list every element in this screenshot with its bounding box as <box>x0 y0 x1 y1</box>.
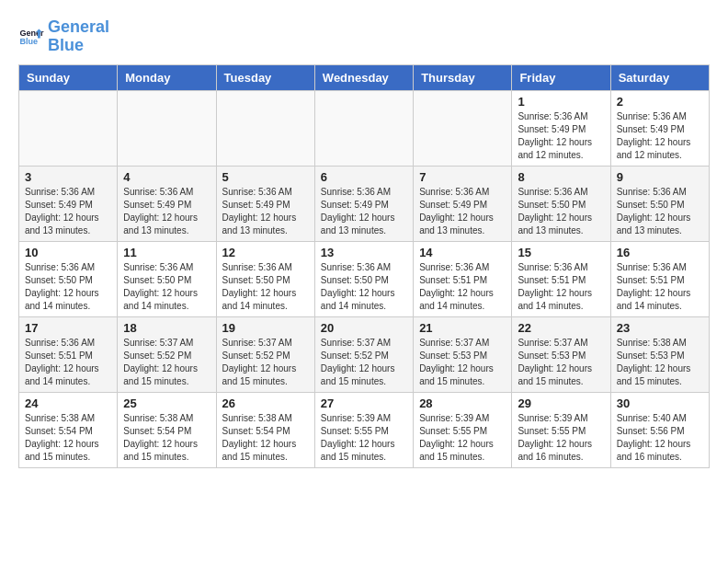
svg-text:General: General <box>19 28 44 37</box>
header-saturday: Saturday <box>610 64 709 90</box>
calendar-week-1: 1Sunrise: 5:36 AM Sunset: 5:49 PM Daylig… <box>19 90 710 166</box>
calendar-cell: 1Sunrise: 5:36 AM Sunset: 5:49 PM Daylig… <box>512 90 610 166</box>
calendar-cell: 25Sunrise: 5:38 AM Sunset: 5:54 PM Dayli… <box>118 392 216 467</box>
day-info: Sunrise: 5:36 AM Sunset: 5:51 PM Dayligh… <box>25 337 111 388</box>
day-number: 3 <box>25 170 111 184</box>
day-info: Sunrise: 5:38 AM Sunset: 5:54 PM Dayligh… <box>123 412 210 464</box>
day-number: 20 <box>321 321 407 335</box>
day-info: Sunrise: 5:36 AM Sunset: 5:50 PM Dayligh… <box>518 186 604 237</box>
calendar-cell: 12Sunrise: 5:36 AM Sunset: 5:50 PM Dayli… <box>216 241 314 316</box>
calendar-cell: 18Sunrise: 5:37 AM Sunset: 5:52 PM Dayli… <box>118 316 216 392</box>
day-number: 28 <box>419 396 506 410</box>
day-number: 9 <box>617 170 703 184</box>
calendar-cell: 16Sunrise: 5:36 AM Sunset: 5:51 PM Dayli… <box>610 241 709 316</box>
calendar-cell: 22Sunrise: 5:37 AM Sunset: 5:53 PM Dayli… <box>512 316 610 392</box>
svg-text:Blue: Blue <box>19 37 38 46</box>
day-info: Sunrise: 5:36 AM Sunset: 5:50 PM Dayligh… <box>617 186 703 237</box>
logo-text: GeneralBlue <box>48 18 109 55</box>
day-info: Sunrise: 5:36 AM Sunset: 5:50 PM Dayligh… <box>321 261 407 313</box>
calendar-cell: 8Sunrise: 5:36 AM Sunset: 5:50 PM Daylig… <box>512 166 610 241</box>
day-info: Sunrise: 5:36 AM Sunset: 5:50 PM Dayligh… <box>123 261 210 313</box>
day-info: Sunrise: 5:36 AM Sunset: 5:49 PM Dayligh… <box>419 186 506 237</box>
header-row: SundayMondayTuesdayWednesdayThursdayFrid… <box>19 64 710 90</box>
header-thursday: Thursday <box>414 64 512 90</box>
calendar-cell: 5Sunrise: 5:36 AM Sunset: 5:49 PM Daylig… <box>216 166 314 241</box>
day-number: 21 <box>419 321 506 335</box>
header-tuesday: Tuesday <box>216 64 314 90</box>
day-info: Sunrise: 5:38 AM Sunset: 5:54 PM Dayligh… <box>222 412 309 464</box>
header-monday: Monday <box>118 64 216 90</box>
calendar-cell: 17Sunrise: 5:36 AM Sunset: 5:51 PM Dayli… <box>19 316 118 392</box>
calendar-cell: 6Sunrise: 5:36 AM Sunset: 5:49 PM Daylig… <box>314 166 413 241</box>
calendar-cell: 13Sunrise: 5:36 AM Sunset: 5:50 PM Dayli… <box>314 241 413 316</box>
calendar-cell: 20Sunrise: 5:37 AM Sunset: 5:52 PM Dayli… <box>314 316 413 392</box>
logo: General Blue GeneralBlue <box>18 18 109 55</box>
calendar-cell: 26Sunrise: 5:38 AM Sunset: 5:54 PM Dayli… <box>216 392 314 467</box>
calendar-week-2: 3Sunrise: 5:36 AM Sunset: 5:49 PM Daylig… <box>19 166 710 241</box>
day-info: Sunrise: 5:39 AM Sunset: 5:55 PM Dayligh… <box>419 412 506 464</box>
day-info: Sunrise: 5:37 AM Sunset: 5:52 PM Dayligh… <box>321 337 407 388</box>
day-info: Sunrise: 5:37 AM Sunset: 5:53 PM Dayligh… <box>419 337 506 388</box>
day-info: Sunrise: 5:37 AM Sunset: 5:52 PM Dayligh… <box>123 337 210 388</box>
day-number: 19 <box>222 321 309 335</box>
calendar-cell <box>414 90 512 166</box>
day-number: 29 <box>518 396 604 410</box>
calendar-cell <box>314 90 413 166</box>
day-info: Sunrise: 5:37 AM Sunset: 5:53 PM Dayligh… <box>518 337 604 388</box>
day-info: Sunrise: 5:36 AM Sunset: 5:49 PM Dayligh… <box>321 186 407 237</box>
day-number: 10 <box>25 246 111 259</box>
calendar-cell: 11Sunrise: 5:36 AM Sunset: 5:50 PM Dayli… <box>118 241 216 316</box>
day-number: 4 <box>123 170 210 184</box>
day-number: 27 <box>321 396 407 410</box>
day-number: 18 <box>123 321 210 335</box>
header-wednesday: Wednesday <box>314 64 413 90</box>
day-info: Sunrise: 5:36 AM Sunset: 5:51 PM Dayligh… <box>617 261 703 313</box>
day-info: Sunrise: 5:36 AM Sunset: 5:50 PM Dayligh… <box>222 261 309 313</box>
calendar-cell: 28Sunrise: 5:39 AM Sunset: 5:55 PM Dayli… <box>414 392 512 467</box>
day-number: 22 <box>518 321 604 335</box>
calendar-cell <box>19 90 118 166</box>
day-info: Sunrise: 5:36 AM Sunset: 5:49 PM Dayligh… <box>222 186 309 237</box>
calendar-cell: 10Sunrise: 5:36 AM Sunset: 5:50 PM Dayli… <box>19 241 118 316</box>
calendar-table: SundayMondayTuesdayWednesdayThursdayFrid… <box>18 64 710 468</box>
day-info: Sunrise: 5:36 AM Sunset: 5:49 PM Dayligh… <box>25 186 111 237</box>
day-info: Sunrise: 5:36 AM Sunset: 5:49 PM Dayligh… <box>123 186 210 237</box>
day-info: Sunrise: 5:38 AM Sunset: 5:54 PM Dayligh… <box>25 412 111 464</box>
calendar-cell: 23Sunrise: 5:38 AM Sunset: 5:53 PM Dayli… <box>610 316 709 392</box>
day-number: 25 <box>123 396 210 410</box>
header-sunday: Sunday <box>19 64 118 90</box>
logo-icon: General Blue <box>18 24 44 50</box>
day-number: 16 <box>617 246 703 259</box>
day-number: 7 <box>419 170 506 184</box>
day-number: 5 <box>222 170 309 184</box>
day-number: 15 <box>518 246 604 259</box>
calendar-cell: 3Sunrise: 5:36 AM Sunset: 5:49 PM Daylig… <box>19 166 118 241</box>
calendar-cell: 21Sunrise: 5:37 AM Sunset: 5:53 PM Dayli… <box>414 316 512 392</box>
day-number: 26 <box>222 396 309 410</box>
calendar-cell: 7Sunrise: 5:36 AM Sunset: 5:49 PM Daylig… <box>414 166 512 241</box>
day-number: 23 <box>617 321 703 335</box>
day-number: 17 <box>25 321 111 335</box>
calendar-cell: 29Sunrise: 5:39 AM Sunset: 5:55 PM Dayli… <box>512 392 610 467</box>
day-info: Sunrise: 5:39 AM Sunset: 5:55 PM Dayligh… <box>518 412 604 464</box>
day-info: Sunrise: 5:36 AM Sunset: 5:51 PM Dayligh… <box>419 261 506 313</box>
day-number: 13 <box>321 246 407 259</box>
day-number: 2 <box>617 95 703 109</box>
calendar-cell: 15Sunrise: 5:36 AM Sunset: 5:51 PM Dayli… <box>512 241 610 316</box>
day-info: Sunrise: 5:39 AM Sunset: 5:55 PM Dayligh… <box>321 412 407 464</box>
calendar-week-3: 10Sunrise: 5:36 AM Sunset: 5:50 PM Dayli… <box>19 241 710 316</box>
calendar-cell: 19Sunrise: 5:37 AM Sunset: 5:52 PM Dayli… <box>216 316 314 392</box>
header-friday: Friday <box>512 64 610 90</box>
calendar-cell: 30Sunrise: 5:40 AM Sunset: 5:56 PM Dayli… <box>610 392 709 467</box>
day-number: 6 <box>321 170 407 184</box>
day-info: Sunrise: 5:36 AM Sunset: 5:49 PM Dayligh… <box>518 110 604 162</box>
calendar-cell <box>216 90 314 166</box>
calendar-cell <box>118 90 216 166</box>
calendar-week-5: 24Sunrise: 5:38 AM Sunset: 5:54 PM Dayli… <box>19 392 710 467</box>
calendar-cell: 14Sunrise: 5:36 AM Sunset: 5:51 PM Dayli… <box>414 241 512 316</box>
calendar-week-4: 17Sunrise: 5:36 AM Sunset: 5:51 PM Dayli… <box>19 316 710 392</box>
day-info: Sunrise: 5:36 AM Sunset: 5:51 PM Dayligh… <box>518 261 604 313</box>
day-info: Sunrise: 5:36 AM Sunset: 5:50 PM Dayligh… <box>25 261 111 313</box>
day-info: Sunrise: 5:40 AM Sunset: 5:56 PM Dayligh… <box>617 412 703 464</box>
day-info: Sunrise: 5:36 AM Sunset: 5:49 PM Dayligh… <box>617 110 703 162</box>
